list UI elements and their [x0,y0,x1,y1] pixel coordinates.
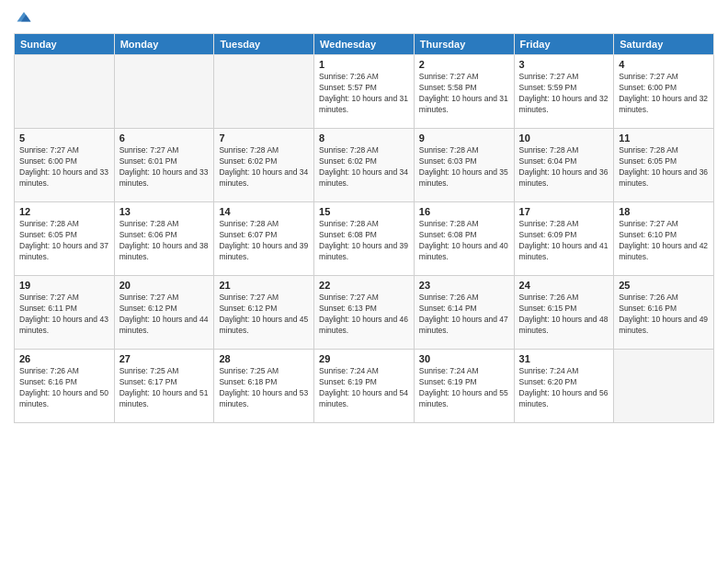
day-number: 25 [619,280,709,291]
calendar-table: SundayMondayTuesdayWednesdayThursdayFrid… [14,33,714,423]
day-number: 19 [19,280,109,291]
day-info: Sunrise: 7:28 AMSunset: 6:04 PMDaylight:… [519,145,609,190]
day-number: 21 [219,280,309,291]
day-number: 2 [419,59,509,70]
day-info: Sunrise: 7:27 AMSunset: 6:12 PMDaylight:… [119,293,210,337]
day-cell: 7Sunrise: 7:28 AMSunset: 6:02 PMDaylight… [214,129,314,202]
day-info: Sunrise: 7:28 AMSunset: 6:02 PMDaylight:… [219,145,309,190]
day-cell: 24Sunrise: 7:26 AMSunset: 6:15 PMDayligh… [514,276,614,350]
day-cell: 21Sunrise: 7:27 AMSunset: 6:12 PMDayligh… [214,276,314,350]
week-row-4: 19Sunrise: 7:27 AMSunset: 6:11 PMDayligh… [15,276,714,350]
day-info: Sunrise: 7:28 AMSunset: 6:07 PMDaylight:… [219,219,309,263]
day-number: 16 [419,206,509,217]
day-cell [114,55,214,129]
day-number: 8 [319,132,409,144]
day-info: Sunrise: 7:27 AMSunset: 6:00 PMDaylight:… [619,72,709,116]
day-cell: 15Sunrise: 7:28 AMSunset: 6:08 PMDayligh… [314,202,415,276]
day-cell: 9Sunrise: 7:28 AMSunset: 6:03 PMDaylight… [414,129,514,202]
day-number: 18 [619,206,709,217]
day-cell: 17Sunrise: 7:28 AMSunset: 6:09 PMDayligh… [514,202,614,276]
day-number: 28 [219,353,309,364]
day-info: Sunrise: 7:28 AMSunset: 6:08 PMDaylight:… [419,219,509,263]
day-cell: 1Sunrise: 7:26 AMSunset: 5:57 PMDaylight… [314,55,415,129]
day-info: Sunrise: 7:27 AMSunset: 6:00 PMDaylight:… [19,145,109,190]
day-cell: 31Sunrise: 7:24 AMSunset: 6:20 PMDayligh… [514,350,614,423]
day-info: Sunrise: 7:28 AMSunset: 6:08 PMDaylight:… [319,219,409,263]
day-header-wednesday: Wednesday [314,34,415,55]
day-cell: 18Sunrise: 7:27 AMSunset: 6:10 PMDayligh… [614,202,714,276]
day-cell: 13Sunrise: 7:28 AMSunset: 6:06 PMDayligh… [114,202,214,276]
day-info: Sunrise: 7:27 AMSunset: 6:11 PMDaylight:… [19,293,109,337]
day-header-thursday: Thursday [414,34,514,55]
day-number: 17 [519,206,609,217]
day-cell: 5Sunrise: 7:27 AMSunset: 6:00 PMDaylight… [15,129,115,202]
day-info: Sunrise: 7:28 AMSunset: 6:09 PMDaylight:… [519,219,609,263]
day-cell [214,55,314,129]
day-cell [15,55,115,129]
day-cell: 11Sunrise: 7:28 AMSunset: 6:05 PMDayligh… [614,129,714,202]
day-info: Sunrise: 7:27 AMSunset: 6:10 PMDaylight:… [619,219,709,263]
day-header-tuesday: Tuesday [214,34,314,55]
day-info: Sunrise: 7:24 AMSunset: 6:20 PMDaylight:… [519,366,609,410]
day-number: 20 [119,280,210,291]
day-info: Sunrise: 7:27 AMSunset: 6:13 PMDaylight:… [319,293,409,337]
day-header-saturday: Saturday [614,34,714,55]
day-number: 3 [519,59,609,70]
day-cell: 14Sunrise: 7:28 AMSunset: 6:07 PMDayligh… [214,202,314,276]
day-cell: 10Sunrise: 7:28 AMSunset: 6:04 PMDayligh… [514,129,614,202]
day-info: Sunrise: 7:25 AMSunset: 6:18 PMDaylight:… [219,366,309,410]
day-cell: 20Sunrise: 7:27 AMSunset: 6:12 PMDayligh… [114,276,214,350]
day-info: Sunrise: 7:26 AMSunset: 6:14 PMDaylight:… [419,293,509,337]
day-cell: 27Sunrise: 7:25 AMSunset: 6:17 PMDayligh… [114,350,214,423]
day-number: 13 [119,206,210,217]
day-cell: 22Sunrise: 7:27 AMSunset: 6:13 PMDayligh… [314,276,415,350]
logo [14,9,32,26]
day-cell: 30Sunrise: 7:24 AMSunset: 6:19 PMDayligh… [414,350,514,423]
day-info: Sunrise: 7:28 AMSunset: 6:02 PMDaylight:… [319,145,409,190]
day-info: Sunrise: 7:27 AMSunset: 5:58 PMDaylight:… [419,72,509,116]
day-cell [614,350,714,423]
day-cell: 16Sunrise: 7:28 AMSunset: 6:08 PMDayligh… [414,202,514,276]
day-info: Sunrise: 7:25 AMSunset: 6:17 PMDaylight:… [119,366,210,410]
week-row-3: 12Sunrise: 7:28 AMSunset: 6:05 PMDayligh… [15,202,714,276]
day-number: 14 [219,206,309,217]
day-info: Sunrise: 7:28 AMSunset: 6:03 PMDaylight:… [419,145,509,190]
calendar-page: SundayMondayTuesdayWednesdayThursdayFrid… [0,0,728,563]
day-info: Sunrise: 7:26 AMSunset: 6:16 PMDaylight:… [619,293,709,337]
day-cell: 26Sunrise: 7:26 AMSunset: 6:16 PMDayligh… [15,350,115,423]
day-cell: 28Sunrise: 7:25 AMSunset: 6:18 PMDayligh… [214,350,314,423]
day-info: Sunrise: 7:28 AMSunset: 6:05 PMDaylight:… [619,145,709,190]
logo-icon [16,9,32,26]
day-info: Sunrise: 7:26 AMSunset: 6:16 PMDaylight:… [19,366,109,410]
day-header-monday: Monday [114,34,214,55]
day-info: Sunrise: 7:24 AMSunset: 6:19 PMDaylight:… [319,366,409,410]
day-number: 31 [519,353,609,364]
day-info: Sunrise: 7:27 AMSunset: 6:01 PMDaylight:… [119,145,210,190]
day-number: 4 [619,59,709,70]
day-info: Sunrise: 7:27 AMSunset: 5:59 PMDaylight:… [519,72,609,116]
day-header-sunday: Sunday [15,34,115,55]
day-number: 23 [419,280,509,291]
day-info: Sunrise: 7:24 AMSunset: 6:19 PMDaylight:… [419,366,509,410]
day-number: 27 [119,353,210,364]
header [14,9,714,26]
day-number: 11 [619,132,709,144]
day-cell: 12Sunrise: 7:28 AMSunset: 6:05 PMDayligh… [15,202,115,276]
day-cell: 4Sunrise: 7:27 AMSunset: 6:00 PMDaylight… [614,55,714,129]
day-number: 30 [419,353,509,364]
day-cell: 19Sunrise: 7:27 AMSunset: 6:11 PMDayligh… [15,276,115,350]
day-cell: 8Sunrise: 7:28 AMSunset: 6:02 PMDaylight… [314,129,415,202]
day-cell: 3Sunrise: 7:27 AMSunset: 5:59 PMDaylight… [514,55,614,129]
day-number: 6 [119,132,210,144]
day-number: 22 [319,280,409,291]
day-number: 9 [419,132,509,144]
day-number: 12 [19,206,109,217]
day-info: Sunrise: 7:27 AMSunset: 6:12 PMDaylight:… [219,293,309,337]
day-info: Sunrise: 7:28 AMSunset: 6:05 PMDaylight:… [19,219,109,263]
day-number: 10 [519,132,609,144]
day-number: 29 [319,353,409,364]
week-row-2: 5Sunrise: 7:27 AMSunset: 6:00 PMDaylight… [15,129,714,202]
week-row-1: 1Sunrise: 7:26 AMSunset: 5:57 PMDaylight… [15,55,714,129]
day-number: 5 [19,132,109,144]
day-cell: 6Sunrise: 7:27 AMSunset: 6:01 PMDaylight… [114,129,214,202]
